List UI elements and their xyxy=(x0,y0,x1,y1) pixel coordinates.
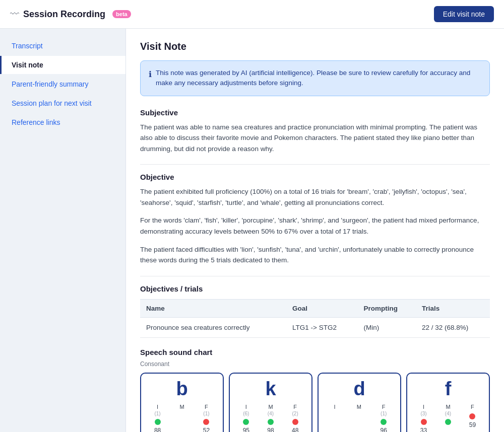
subjective-text: The patient was able to name sea creatur… xyxy=(140,122,490,155)
objectives-trials-section: Objectives / trials Name Goal Prompting … xyxy=(140,284,490,338)
main-content: Visit Note ℹ This note was generated by … xyxy=(126,29,504,432)
pos-count: (3) xyxy=(420,411,426,416)
row-name: Pronounce sea creatures correctly xyxy=(140,317,286,337)
consonant-label: Consonant xyxy=(140,361,490,368)
sound-card-0: bI(1)88MF(1)52 xyxy=(140,373,224,432)
pos-i: I(3)33 xyxy=(420,404,427,432)
objective-p1: The patient exhibited full proficiency (… xyxy=(140,186,490,208)
objectives-table: Name Goal Prompting Trials Pronounce sea… xyxy=(140,299,490,338)
pos-count: (4) xyxy=(268,411,274,416)
pos-f: F(1)52 xyxy=(203,404,210,432)
info-icon: ℹ xyxy=(149,68,152,81)
row-goal: LTG1 -> STG2 xyxy=(286,317,357,337)
sidebar-item-reference-links[interactable]: Reference links xyxy=(0,113,125,131)
sidebar-item-transcript[interactable]: Transcript xyxy=(0,37,125,55)
pos-score: 95 xyxy=(243,427,249,432)
pos-i: I xyxy=(332,404,338,432)
sound-card-3: fI(3)33M(4)F59 xyxy=(406,373,490,432)
pos-label: I xyxy=(423,404,424,410)
pos-label: M xyxy=(357,404,361,410)
speech-chart-section: Speech sound chart Consonant bI(1)88MF(1… xyxy=(140,348,490,432)
pos-label: M xyxy=(446,404,450,410)
sound-card-2: dIMF(1)96 xyxy=(318,373,401,432)
sidebar-item-parent-summary[interactable]: Parent-friendly summary xyxy=(0,75,125,93)
pos-label: F xyxy=(382,404,386,410)
edit-visit-button[interactable]: Edit visit note xyxy=(434,6,494,22)
pos-count: (2) xyxy=(292,411,298,416)
dot-red xyxy=(469,413,475,419)
table-row: Pronounce sea creatures correctly LTG1 -… xyxy=(140,317,490,337)
divider-2 xyxy=(140,276,490,276)
subjective-header: Subjective xyxy=(140,108,490,117)
pos-count: (6) xyxy=(243,411,249,416)
pos-score: 48 xyxy=(292,427,298,432)
objective-p2: For the words 'clam', 'fish', 'killer', … xyxy=(140,215,490,237)
pos-count: (1) xyxy=(203,411,209,416)
sound-positions: I(1)88MF(1)52 xyxy=(145,404,219,432)
objective-header: Objective xyxy=(140,173,490,181)
pos-count: (4) xyxy=(445,411,451,416)
dot-empty xyxy=(332,413,338,419)
col-trials: Trials xyxy=(416,299,490,317)
top-bar-left: 〰 Session Recording beta xyxy=(10,9,131,20)
pos-score: 33 xyxy=(420,427,427,432)
pos-m: M(4) xyxy=(445,404,451,432)
pos-label: I xyxy=(334,404,336,410)
dot-red xyxy=(203,419,209,425)
sound-letter: d xyxy=(353,379,365,400)
subjective-section: Subjective The patient was able to name … xyxy=(140,108,490,155)
pos-score: 59 xyxy=(469,421,476,428)
sound-letter: k xyxy=(265,379,276,400)
pos-score: 52 xyxy=(203,427,210,432)
ai-info-box: ℹ This note was generated by AI (artific… xyxy=(140,60,490,96)
pos-f: F(1)96 xyxy=(381,404,387,432)
col-name: Name xyxy=(140,299,286,317)
pos-label: F xyxy=(205,404,208,410)
sound-positions: I(6)95M(4)98F(2)48 xyxy=(234,404,307,432)
pos-m: M(4)98 xyxy=(267,404,274,432)
pos-count: (1) xyxy=(381,411,387,416)
sidebar: Transcript Visit note Parent-friendly su… xyxy=(0,29,126,432)
pos-m: M xyxy=(179,404,185,432)
dot-green xyxy=(445,419,451,425)
sidebar-item-visit-note[interactable]: Visit note xyxy=(0,56,125,74)
dot-red xyxy=(421,419,427,425)
pos-label: F xyxy=(471,404,474,410)
pos-score: 98 xyxy=(267,427,274,432)
objective-section: Objective The patient exhibited full pro… xyxy=(140,173,490,266)
sound-positions: IMF(1)96 xyxy=(323,404,396,432)
pos-label: I xyxy=(157,404,158,410)
row-prompting: (Min) xyxy=(357,317,416,337)
pos-f: F59 xyxy=(469,404,476,432)
pos-score: 88 xyxy=(154,427,161,432)
sound-positions: I(3)33M(4)F59 xyxy=(411,404,485,432)
objective-p3: The patient faced difficulties with 'lio… xyxy=(140,244,490,266)
pos-label: M xyxy=(179,404,184,410)
sidebar-item-session-plan[interactable]: Session plan for next visit xyxy=(0,94,125,112)
divider-1 xyxy=(140,164,490,165)
pos-i: I(1)88 xyxy=(154,404,161,432)
dot-green xyxy=(243,419,249,425)
dot-green xyxy=(268,419,274,425)
dot-empty xyxy=(179,413,185,419)
col-prompting: Prompting xyxy=(357,299,416,317)
pos-label: M xyxy=(268,404,273,410)
main-layout: Transcript Visit note Parent-friendly su… xyxy=(0,29,504,432)
pos-label: F xyxy=(293,404,297,410)
ai-notice-text: This note was generated by AI (artificia… xyxy=(156,68,481,89)
pos-f: F(2)48 xyxy=(292,404,298,432)
wave-icon: 〰 xyxy=(10,9,19,20)
sound-letter: f xyxy=(445,379,452,400)
dot-green xyxy=(381,419,387,425)
pos-score: 96 xyxy=(381,427,387,432)
row-trials: 22 / 32 (68.8%) xyxy=(416,317,490,337)
col-goal: Goal xyxy=(286,299,357,317)
pos-m: M xyxy=(356,404,362,432)
dot-green xyxy=(155,419,161,425)
pos-i: I(6)95 xyxy=(243,404,249,432)
pos-count: (1) xyxy=(154,411,160,416)
sound-card-1: kI(6)95M(4)98F(2)48 xyxy=(229,373,312,432)
visit-note-title: Visit Note xyxy=(140,41,490,52)
sound-letter: b xyxy=(176,379,187,400)
speech-chart-header: Speech sound chart xyxy=(140,348,490,356)
